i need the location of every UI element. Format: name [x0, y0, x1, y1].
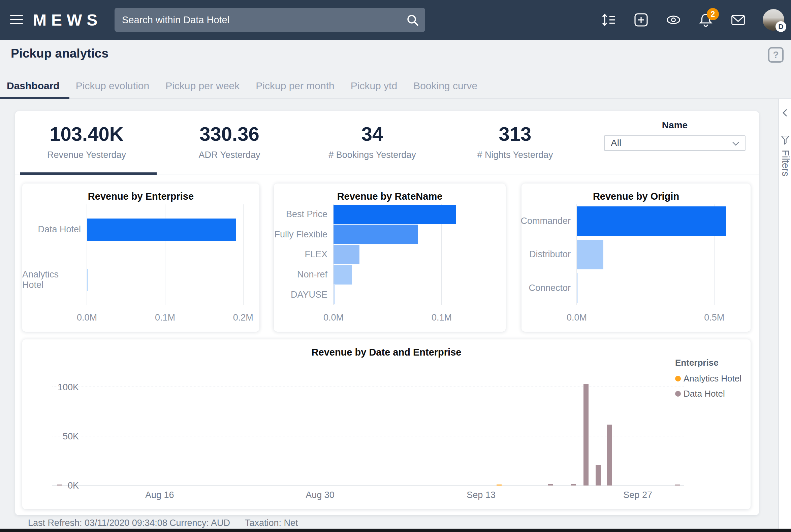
bar-dayuse[interactable] — [333, 285, 335, 304]
tab-dashboard[interactable]: Dashboard — [7, 80, 60, 98]
gridline — [52, 485, 684, 486]
kpi-active-underline — [20, 172, 157, 175]
category-axis: Data HotelAnalytics Hotel — [22, 204, 87, 305]
kpi-label: ADR Yesterday — [158, 150, 301, 160]
bar-fully-flexible[interactable] — [333, 225, 418, 244]
filter-funnel-icon[interactable] — [780, 135, 790, 145]
chart-revenue-by-origin: Revenue by OriginCommanderDistributorCon… — [521, 184, 751, 332]
category-axis: CommanderDistributorConnector — [521, 204, 577, 305]
kpi-value: 103.40K — [15, 122, 158, 145]
category-label: Best Price — [274, 204, 333, 225]
x-axis-tick: 0.0M — [567, 312, 587, 323]
kpi-label: Revenue Yesterday — [15, 150, 158, 160]
search-icon[interactable] — [406, 13, 420, 27]
bar-data-hotel[interactable] — [87, 218, 236, 241]
x-axis-tick: Aug 30 — [306, 490, 334, 500]
kpi-value: 313 — [444, 122, 587, 145]
category-label: Distributor — [521, 238, 577, 271]
last-refresh-text: Last Refresh: 03/11/2020 09:34:08 — [28, 518, 167, 528]
category-label: Data Hotel — [22, 204, 87, 254]
kpi-tile-1[interactable]: 330.36ADR Yesterday — [158, 111, 301, 174]
kpi-label: # Bookings Yesterday — [301, 150, 444, 160]
bar-sep-25[interactable] — [607, 424, 612, 486]
kpi-label: # Nights Yesterday — [444, 150, 587, 160]
mews-logo: MEWS — [33, 11, 102, 29]
bar-sep-15[interactable] — [497, 484, 502, 486]
chart-revenue-by-enterprise: Revenue by EnterpriseData HotelAnalytics… — [22, 184, 259, 332]
notifications-bell-icon[interactable]: 2 — [698, 12, 714, 27]
taxation-text: Taxation: Net — [245, 518, 298, 528]
bar-oct-1[interactable] — [675, 484, 680, 486]
bar-non-ref[interactable] — [333, 265, 352, 285]
mail-icon[interactable] — [730, 12, 746, 27]
x-axis-tick: 0.5M — [704, 312, 724, 323]
bar-aug-9[interactable] — [57, 484, 62, 486]
chevron-down-icon — [732, 141, 739, 146]
notification-badge: 2 — [707, 8, 719, 20]
category-label: FLEX — [274, 244, 333, 265]
report-tabs: DashboardPickup evolutionPickup per week… — [7, 80, 477, 98]
bar-analytics-hotel[interactable] — [87, 269, 88, 291]
filters-rail: Filters — [778, 99, 791, 529]
help-icon[interactable]: ? — [768, 47, 784, 63]
chart-title: Revenue by Enterprise — [22, 191, 259, 202]
bar-distributor[interactable] — [577, 240, 603, 269]
tab-booking-curve[interactable]: Booking curve — [413, 80, 477, 98]
tab-pickup-evolution[interactable]: Pickup evolution — [76, 80, 149, 98]
bar-flex[interactable] — [333, 245, 360, 264]
category-label: Analytics Hotel — [22, 254, 87, 305]
y-axis-tick: 100K — [52, 382, 79, 393]
y-axis-tick: 0K — [52, 480, 79, 491]
kpi-tile-0[interactable]: 103.40KRevenue Yesterday — [15, 111, 158, 174]
expand-filters-chevron-icon[interactable] — [781, 108, 789, 117]
bar-sep-24[interactable] — [595, 465, 601, 486]
category-axis: Best PriceFully FlexibleFLEXNon-refDAYUS… — [274, 204, 333, 305]
gridline — [52, 386, 684, 387]
navbar-actions: 2 D — [601, 0, 784, 40]
legend-dot — [675, 391, 681, 397]
name-filter-select[interactable]: All — [604, 135, 746, 151]
sort-lines-icon[interactable] — [601, 12, 617, 27]
bottom-edge-strip — [0, 529, 791, 532]
chart-title: Revenue by RateName — [274, 191, 505, 202]
gridline — [52, 436, 684, 436]
name-filter-value: All — [611, 138, 621, 149]
legend-item-analytics-hotel[interactable]: Analytics Hotel — [675, 374, 746, 384]
y-axis-tick: 50K — [52, 431, 79, 442]
legend-label: Analytics Hotel — [683, 374, 741, 384]
tab-pickup-per-week[interactable]: Pickup per week — [165, 80, 240, 98]
filters-rail-label[interactable]: Filters — [780, 150, 791, 176]
eye-icon[interactable] — [666, 12, 681, 27]
x-axis-tick: 0.0M — [77, 312, 97, 323]
avatar[interactable]: D — [763, 9, 784, 31]
bar-best-price[interactable] — [333, 205, 456, 224]
search-input[interactable] — [114, 8, 425, 32]
bar-commander[interactable] — [577, 206, 726, 236]
pickup-analytics-screen: { "nav": { "brand": "MEWS", "search_plac… — [0, 0, 791, 532]
bar-sep-19[interactable] — [548, 484, 553, 486]
category-label: DAYUSE — [274, 285, 333, 305]
x-axis-tick: 0.1M — [155, 312, 175, 323]
dashboard-card: 103.40KRevenue Yesterday330.36ADR Yester… — [15, 111, 759, 515]
kpi-tile-2[interactable]: 34# Bookings Yesterday — [301, 111, 444, 174]
legend-dot — [675, 376, 681, 381]
tab-pickup-per-month[interactable]: Pickup per month — [256, 80, 334, 98]
tab-pickup-ytd[interactable]: Pickup ytd — [351, 80, 397, 98]
bar-sep-23[interactable] — [584, 384, 589, 486]
bar-sep-21[interactable] — [571, 484, 576, 486]
add-new-icon[interactable] — [633, 12, 649, 27]
legend: EnterpriseAnalytics HotelData Hotel — [675, 358, 746, 404]
legend-label: Data Hotel — [683, 388, 725, 399]
x-axis-tick: Sep 13 — [466, 490, 496, 500]
plot-area: 0.0M0.5M — [577, 204, 744, 305]
hamburger-menu-icon[interactable] — [10, 15, 23, 25]
currency-text: Currency: AUD — [169, 518, 230, 528]
gridline — [243, 204, 243, 305]
page-title: Pickup analytics — [11, 46, 109, 61]
bar-connector[interactable] — [577, 273, 578, 303]
legend-item-data-hotel[interactable]: Data Hotel — [675, 388, 746, 399]
kpi-value: 34 — [301, 122, 444, 145]
plot-area: 0.0M0.1M0.2M — [87, 204, 251, 305]
kpi-tile-3[interactable]: 313# Nights Yesterday — [444, 111, 587, 174]
top-navbar: MEWS 2 — [0, 0, 791, 40]
